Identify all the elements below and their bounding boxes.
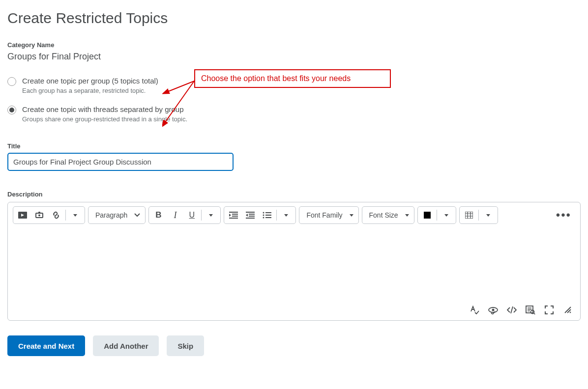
paragraph-select[interactable]: Paragraph [88, 206, 146, 224]
list-button[interactable] [259, 207, 275, 223]
fullscreen-icon[interactable] [544, 305, 555, 315]
svg-point-8 [263, 217, 265, 219]
radio-one-topic-per-group[interactable] [7, 77, 16, 86]
html-source-icon[interactable] [506, 305, 517, 315]
page-title: Create Restricted Topics [7, 10, 581, 27]
table-button[interactable] [461, 207, 477, 223]
skip-button[interactable]: Skip [167, 335, 204, 356]
category-name-value: Groups for Final Project [7, 52, 581, 62]
text-color-dropdown[interactable] [438, 207, 455, 223]
svg-rect-9 [465, 212, 473, 219]
table-dropdown[interactable] [480, 207, 497, 223]
font-family-select[interactable]: Font Family [299, 206, 358, 224]
title-label: Title [7, 142, 581, 150]
svg-point-5 [38, 215, 40, 217]
add-another-button[interactable]: Add Another [93, 335, 159, 356]
svg-point-6 [263, 212, 265, 214]
create-and-next-button[interactable]: Create and Next [7, 335, 85, 356]
description-label: Description [7, 191, 581, 198]
indent-increase-button[interactable] [225, 207, 242, 223]
svg-point-7 [263, 215, 265, 216]
radio-label-threads: Create one topic with threads separated … [22, 105, 187, 113]
font-family-label: Font Family [306, 211, 342, 219]
svg-point-11 [492, 309, 495, 311]
radio-desc-per-group: Each group has a separate, restricted to… [22, 87, 158, 94]
preview-icon[interactable] [525, 305, 536, 315]
list-dropdown[interactable] [278, 207, 294, 223]
resize-handle-icon[interactable] [562, 305, 573, 315]
insert-dropdown[interactable] [67, 207, 84, 223]
annotation-choose-option: Choose the option that best fits your ne… [194, 69, 391, 88]
spellcheck-icon[interactable] [469, 305, 480, 315]
rich-text-editor: Paragraph B I U [7, 202, 581, 321]
svg-point-4 [38, 212, 40, 214]
insert-link-button[interactable] [48, 207, 64, 223]
more-options-button[interactable]: ••• [552, 208, 575, 222]
category-name-label: Category Name [7, 41, 581, 49]
editor-toolbar: Paragraph B I U [8, 202, 580, 228]
paragraph-select-label: Paragraph [95, 211, 127, 219]
underline-button[interactable]: U [183, 207, 200, 223]
font-size-label: Font Size [369, 211, 398, 219]
editor-body[interactable]: Enter the instructions for the students … [8, 228, 580, 302]
insert-media-button[interactable] [14, 207, 31, 223]
font-size-select[interactable]: Font Size [362, 206, 414, 224]
italic-button[interactable]: I [167, 207, 183, 223]
insert-image-button[interactable] [31, 207, 48, 223]
bold-button[interactable]: B [150, 207, 167, 223]
accessibility-icon[interactable] [488, 305, 499, 315]
title-input[interactable] [7, 153, 234, 171]
text-color-button[interactable] [419, 207, 436, 223]
radio-one-topic-threads[interactable] [7, 106, 16, 114]
indent-decrease-button[interactable] [242, 207, 259, 223]
radio-label-per-group: Create one topic per group (5 topics tot… [22, 77, 158, 85]
radio-desc-threads: Groups share one group-restricted thread… [22, 115, 187, 123]
text-format-dropdown[interactable] [203, 207, 219, 223]
